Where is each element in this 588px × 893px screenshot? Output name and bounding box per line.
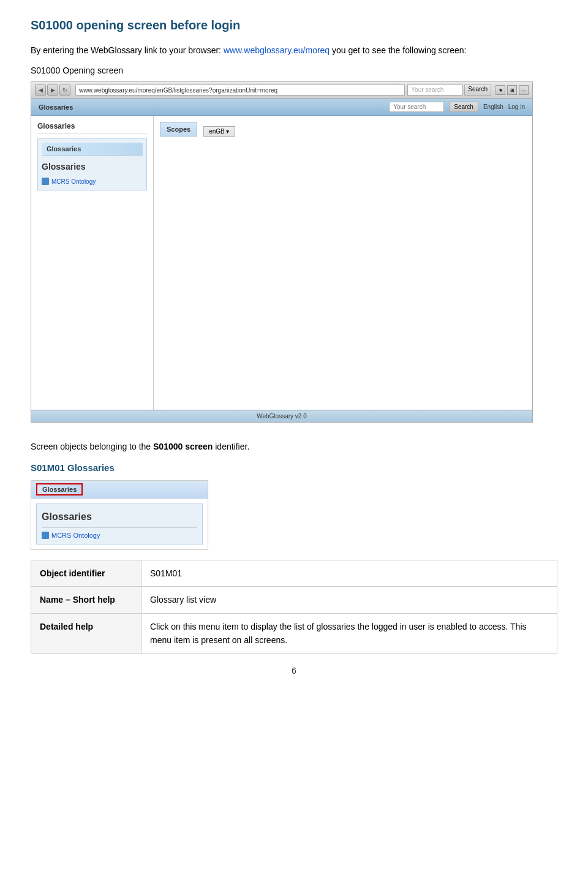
app-sidebar: Glossaries Glossaries Glossaries MCRS On… <box>31 116 154 410</box>
app-search-input[interactable] <box>389 102 444 112</box>
address-bar: www.webglossary.eu/moreq/enGB/listglossa… <box>75 85 405 96</box>
mcrs-link-icon <box>42 178 49 185</box>
screen-objects-text-before: Screen objects belonging to the <box>31 442 153 451</box>
table-cell-value: Click on this menu item to display the l… <box>141 613 557 654</box>
s01m01-element-mockup: Glossaries Glossaries MCRS Ontology <box>31 480 208 550</box>
back-button: ◀ <box>35 85 46 96</box>
browser-search-area: Your search Search <box>407 85 491 96</box>
sidebar-glossaries-label: Glossaries <box>42 159 143 174</box>
sidebar-panel: Glossaries Glossaries MCRS Ontology <box>37 138 147 190</box>
element-link-text: MCRS Ontology <box>51 532 100 539</box>
app-footer: WebGlossary v2.0 <box>31 410 532 422</box>
info-table-body: Object identifierS01M01Name – Short help… <box>31 560 557 654</box>
intro-text-after: you get to see the following screen: <box>330 45 466 55</box>
table-cell-label: Name – Short help <box>31 587 141 613</box>
element-link-icon <box>42 532 49 539</box>
element-body: Glossaries MCRS Ontology <box>36 503 203 544</box>
browser-icon-3: — <box>519 85 529 95</box>
table-cell-value: S01M01 <box>141 560 557 586</box>
webglossary-link[interactable]: www.webglossary.eu/moreq <box>224 45 330 55</box>
element-menu-item-highlighted[interactable]: Glossaries <box>36 483 83 495</box>
browser-icon-2: ⊞ <box>507 85 517 95</box>
app-body: Glossaries Glossaries Glossaries MCRS On… <box>31 116 532 410</box>
screen-objects-bold: S01000 screen <box>153 442 213 451</box>
app-header: Glossaries Search English Log in <box>31 99 532 116</box>
sidebar-mcrs-link[interactable]: MCRS Ontology <box>42 176 143 186</box>
app-content: Glossaries Search English Log in Glossar… <box>31 99 532 422</box>
browser-search-box: Your search <box>407 85 462 96</box>
refresh-button: ↻ <box>59 85 70 96</box>
app-main: Scopes enGB ▾ <box>154 116 532 410</box>
element-menu-bar: Glossaries <box>31 481 208 499</box>
page-number: 6 <box>31 666 557 676</box>
sidebar-item-glossaries[interactable]: Glossaries <box>42 143 143 156</box>
page-title: S01000 opening screen before login <box>31 18 557 32</box>
table-cell-value: Glossary list view <box>141 587 557 613</box>
table-row: Detailed helpClick on this menu item to … <box>31 613 557 654</box>
intro-paragraph: By entering the WebGlossary link to your… <box>31 43 557 57</box>
browser-icon-1: ★ <box>496 85 505 95</box>
table-row: Name – Short helpGlossary list view <box>31 587 557 613</box>
info-table: Object identifierS01M01Name – Short help… <box>31 560 557 654</box>
mcrs-link-text: MCRS Ontology <box>51 178 96 185</box>
app-menu-glossaries: Glossaries <box>39 104 73 111</box>
browser-toolbar: ◀ ▶ ↻ www.webglossary.eu/moreq/enGB/list… <box>31 82 532 99</box>
browser-search-button: Search <box>464 85 491 96</box>
scopes-header: Scopes <box>160 122 197 137</box>
browser-icons: ★ ⊞ — <box>496 85 529 95</box>
s01m01-heading: S01M01 Glossaries <box>31 462 557 473</box>
scope-dropdown[interactable]: enGB ▾ <box>203 126 235 137</box>
element-panel-title: Glossaries <box>42 509 197 528</box>
element-mcrs-link[interactable]: MCRS Ontology <box>42 532 197 539</box>
app-language: English <box>483 104 503 110</box>
browser-nav-buttons: ◀ ▶ ↻ <box>35 85 70 96</box>
app-header-right: Search English Log in <box>389 102 525 112</box>
screen-label: S01000 Opening screen <box>31 66 557 75</box>
screen-objects-description: Screen objects belonging to the S01000 s… <box>31 440 557 453</box>
screen-objects-text-after: identifier. <box>213 442 249 451</box>
app-search-button[interactable]: Search <box>449 102 478 112</box>
scope-row: Scopes enGB ▾ <box>160 122 526 140</box>
forward-button: ▶ <box>47 85 58 96</box>
sidebar-glossaries-section: Glossaries <box>37 122 147 134</box>
table-cell-label: Detailed help <box>31 613 141 654</box>
table-row: Object identifierS01M01 <box>31 560 557 586</box>
intro-text-before: By entering the WebGlossary link to your… <box>31 45 224 55</box>
browser-screenshot: ◀ ▶ ↻ www.webglossary.eu/moreq/enGB/list… <box>31 81 533 423</box>
app-login[interactable]: Log in <box>508 104 525 110</box>
table-cell-label: Object identifier <box>31 560 141 586</box>
